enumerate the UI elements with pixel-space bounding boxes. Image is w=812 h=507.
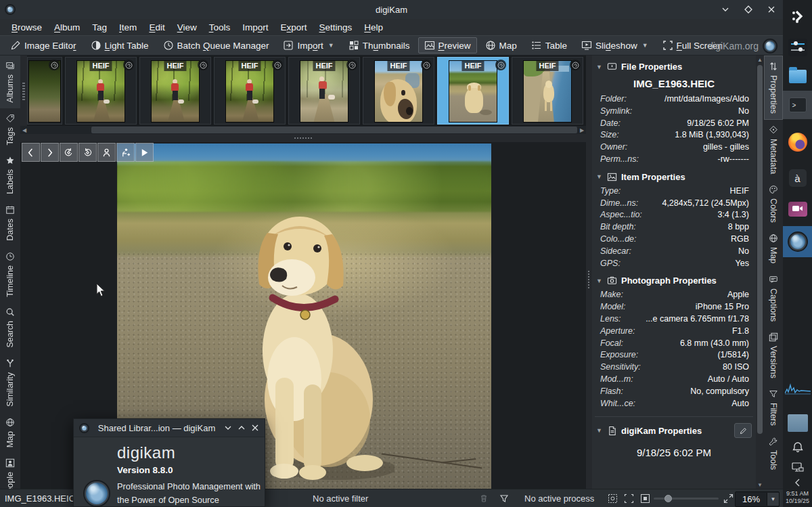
scroll-down-icon[interactable]: ▼ — [756, 481, 764, 489]
right-tab-colors[interactable]: Colors — [764, 179, 783, 228]
section-header-digikam[interactable]: ▼digiKam Properties — [592, 417, 756, 441]
dock-peek-icon[interactable] — [783, 5, 812, 27]
rotate-overlay-icon[interactable] — [421, 60, 432, 70]
toolbar-map[interactable]: Map — [479, 37, 523, 53]
close-icon[interactable] — [767, 5, 776, 14]
zoom-max-icon[interactable] — [723, 493, 734, 504]
maximize-icon[interactable] — [744, 5, 753, 14]
horizontal-splitter[interactable] — [20, 134, 586, 142]
dock-firefox-icon[interactable] — [783, 129, 812, 156]
close-icon[interactable] — [251, 424, 259, 432]
collapse-arrow-icon[interactable]: ▼ — [596, 427, 603, 434]
sidebar-tab-map[interactable]: Map — [0, 412, 20, 453]
sidebar-tab-search[interactable]: Search — [0, 302, 20, 353]
right-tab-metadata[interactable]: Metadata — [764, 120, 783, 179]
chevron-down-icon[interactable]: ▼ — [328, 42, 334, 49]
dock-file-manager-icon[interactable] — [783, 65, 812, 88]
sidebar-tab-albums[interactable]: Albums — [0, 56, 20, 108]
thumbbar-drag-handle[interactable] — [20, 56, 27, 126]
filter-funnel-icon[interactable] — [499, 493, 509, 503]
dock-tray-expander-icon[interactable] — [783, 477, 812, 489]
thumbnail-item[interactable]: HEIF — [288, 57, 360, 125]
toolbar-import[interactable]: Import▼ — [277, 37, 340, 53]
dock-notifications-icon[interactable] — [783, 439, 812, 456]
menu-edit[interactable]: Edit — [143, 21, 171, 34]
collapse-arrow-icon[interactable]: ▼ — [596, 278, 603, 284]
chevron-up-icon[interactable] — [238, 424, 246, 432]
thumbnail-item[interactable]: HEIF — [139, 57, 211, 125]
scrollbar-thumb[interactable] — [91, 127, 577, 133]
slideshow-button[interactable] — [135, 143, 154, 162]
menu-browse[interactable]: Browse — [5, 21, 48, 34]
dock-color-widget[interactable] — [783, 412, 812, 435]
sidebar-tab-tags[interactable]: Tags — [0, 108, 20, 150]
thumbnail-item[interactable]: HEIF — [512, 57, 583, 125]
zoom-100-icon[interactable] — [640, 493, 650, 504]
section-header-photo[interactable]: ▼Photograph Properties — [592, 269, 756, 289]
right-tab-versions[interactable]: Versions — [764, 327, 783, 384]
thumbbar-scrollbar[interactable]: ◀ ▶ — [20, 126, 586, 134]
toolbar-table[interactable]: Table — [525, 37, 573, 53]
chevron-down-icon[interactable] — [224, 424, 232, 432]
previous-image-button[interactable] — [22, 143, 40, 162]
scrollbar-thumb[interactable] — [757, 65, 763, 434]
show-face-tags-button[interactable] — [97, 143, 116, 162]
menu-view[interactable]: View — [171, 21, 203, 34]
next-image-button[interactable] — [41, 143, 59, 162]
zoom-level-combobox[interactable]: 16% ▼ — [735, 491, 780, 507]
toolbar-preview[interactable]: Preview — [418, 37, 477, 53]
collapse-arrow-icon[interactable]: ▼ — [596, 173, 603, 180]
zoom-fit-select-icon[interactable] — [608, 493, 618, 504]
toolbar-light-table[interactable]: Light Table — [85, 37, 155, 53]
scroll-up-icon[interactable]: ▲ — [756, 56, 764, 64]
zoom-slider-knob[interactable] — [664, 495, 672, 502]
add-face-tag-button[interactable] — [116, 143, 135, 162]
properties-scrollbar[interactable]: ▲ ▼ — [756, 56, 764, 489]
rotate-left-button[interactable] — [60, 143, 78, 162]
rotate-overlay-icon[interactable] — [346, 60, 357, 70]
toolbar-slideshow[interactable]: Slideshow▼ — [575, 37, 654, 53]
trash-icon[interactable] — [479, 493, 489, 503]
thumbnail-item[interactable]: HEIF — [214, 57, 286, 125]
collapse-arrow-icon[interactable]: ▼ — [596, 64, 603, 70]
thumbnail-item[interactable] — [27, 57, 62, 125]
minimize-icon[interactable] — [721, 5, 730, 14]
menu-help[interactable]: Help — [358, 21, 389, 34]
zoom-fit-window-icon[interactable] — [624, 493, 634, 504]
zoom-slider[interactable] — [654, 498, 719, 500]
menu-settings[interactable]: Settings — [313, 21, 359, 34]
right-tab-map[interactable]: Map — [764, 228, 783, 269]
rotate-right-button[interactable] — [78, 143, 97, 162]
rotate-overlay-icon[interactable] — [570, 60, 581, 70]
sidebar-tab-similarity[interactable]: Similarity — [0, 353, 20, 412]
rotate-overlay-icon[interactable] — [272, 60, 283, 70]
dock-display-icon[interactable] — [783, 459, 812, 477]
rotate-overlay-icon[interactable] — [495, 60, 506, 70]
right-tab-properties[interactable]: Properties — [764, 56, 783, 120]
dock-char-app-icon[interactable]: à — [783, 165, 812, 191]
chevron-down-icon[interactable]: ▼ — [642, 42, 648, 49]
titlebar[interactable]: digiKam — [0, 0, 783, 20]
rotate-overlay-icon[interactable] — [198, 60, 208, 70]
right-tab-tools[interactable]: Tools — [764, 431, 783, 475]
rotate-overlay-icon[interactable] — [49, 60, 60, 70]
menu-tag[interactable]: Tag — [86, 21, 113, 34]
thumbnail-item-selected[interactable]: HEIF — [437, 57, 509, 125]
right-tab-filters[interactable]: Filters — [764, 384, 783, 431]
dialog-titlebar[interactable]: Shared Librar...ion — digiKam — [74, 419, 265, 437]
toolbar-thumbnails[interactable]: Thumbnails — [342, 37, 416, 53]
section-header-item[interactable]: ▼Item Properties — [592, 166, 756, 185]
menu-export[interactable]: Export — [274, 21, 313, 34]
dock-clock[interactable]: 9:51 AM 10/19/25 — [783, 490, 812, 505]
menu-item[interactable]: Item — [113, 21, 143, 34]
dock-screen-recorder-icon[interactable] — [783, 196, 812, 222]
rotate-overlay-icon[interactable] — [123, 60, 134, 70]
menu-import[interactable]: Import — [236, 21, 274, 34]
scroll-right-icon[interactable]: ▶ — [578, 126, 586, 134]
section-header-file[interactable]: ▼File Properties — [592, 56, 756, 75]
scroll-left-icon[interactable]: ◀ — [20, 126, 28, 134]
toolbar-batch-queue-manager[interactable]: Batch Queue Manager — [157, 37, 275, 53]
right-tab-captions[interactable]: Captions — [764, 269, 783, 327]
dock-terminal-icon[interactable]: > — [783, 91, 812, 119]
dock-system-settings-icon[interactable] — [783, 35, 812, 60]
